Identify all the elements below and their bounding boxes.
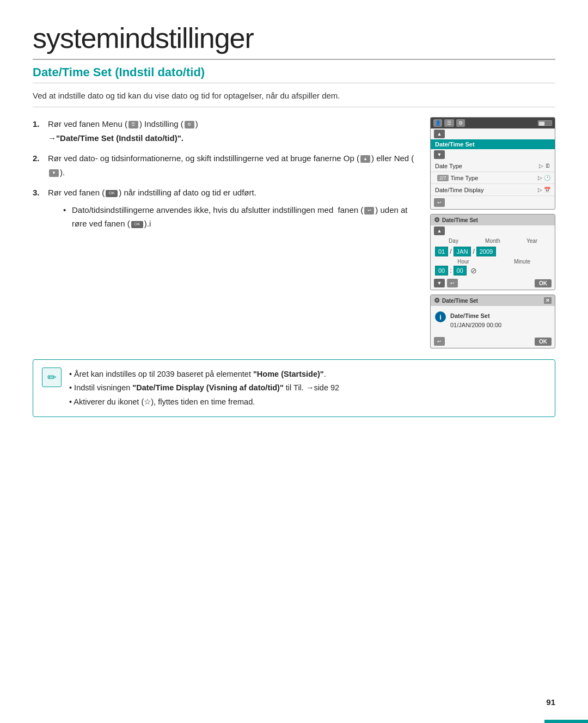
minute-label: Minute — [494, 259, 550, 265]
menu-icon: ☰ — [128, 121, 138, 128]
step-2: 2. Rør ved dato- og tidsinformationerne,… — [33, 151, 419, 179]
ok-icon-inline: OK — [106, 190, 118, 197]
note-bullet-2: • Indstil visningen "Date/Time Display (… — [69, 381, 339, 395]
up-btn-screen1: ▲ — [434, 130, 445, 138]
month-value: JAN — [454, 247, 471, 256]
down-btn-screen1: ▼ — [434, 150, 445, 159]
step-3-content: Rør ved fanen (OK) når indstilling af da… — [48, 186, 419, 233]
date-type-label: Date Type — [435, 163, 539, 169]
step-1-bold: "Date/Time Set (Indstil dato/tid)". — [56, 133, 183, 143]
instructions: 1. Rør ved fanen Menu (☰) Indstilling (⚙… — [33, 117, 419, 348]
step-1-arrow: → — [48, 133, 56, 143]
screen-3-bottom-nav: ↩ OK — [431, 335, 555, 348]
battery-icon: ▓▓ — [538, 120, 552, 126]
screen-2-header: ⚙ Date/Time Set — [431, 215, 555, 225]
screen-3: ⚙ Date/Time Set ✕ i Date/Time Set 01/JAN… — [430, 295, 555, 348]
step-1: 1. Rør ved fanen Menu (☰) Indstilling (⚙… — [33, 117, 419, 145]
step-2-content: Rør ved dato- og tidsinformationerne, og… — [48, 151, 419, 179]
up-btn-screen2: ▲ — [434, 226, 445, 235]
gear-icon-screen: ⚙ — [456, 119, 465, 127]
main-content: 1. Rør ved fanen Menu (☰) Indstilling (⚙… — [33, 117, 555, 348]
hour-value: 00 — [435, 266, 448, 275]
note-content: • Året kan indstilles op til 2039 basere… — [69, 367, 339, 409]
screen-2-nav-controls: ▼ ↩ — [434, 279, 458, 287]
step-2-num: 2. — [33, 151, 44, 179]
info-text: Date/Time Set 01/JAN/2009 00:00 — [450, 311, 501, 329]
person-icon: 👤 — [433, 119, 442, 127]
note-bold-2: "Date/Time Display (Visning af dato/tid)… — [132, 383, 283, 392]
time-type-value: ▷ 🕐 — [538, 175, 550, 181]
step-1-num: 1. — [33, 117, 44, 145]
note-bold-1: "Home (Startside)" — [253, 370, 324, 378]
screen-1-nav-up: ▲ — [431, 128, 555, 139]
hour-label: Hour — [435, 259, 492, 265]
screen-3-info: i Date/Time Set 01/JAN/2009 00:00 — [431, 306, 555, 335]
screen-2-bottom-nav: ▼ ↩ OK — [431, 277, 555, 290]
screen-2: ⚙ Date/Time Set ▲ Day Month Year 01 / JA… — [430, 214, 555, 290]
note-box: ✏ • Året kan indstilles op til 2039 base… — [33, 359, 555, 417]
sub-bullet-1: Dato/tidsindstillingerne anvendes ikke, … — [63, 203, 419, 231]
day-label: Day — [435, 238, 472, 244]
screens-panel: 👤 ☰ ⚙ ▓▓ ▲ Date/Time Set ▼ Date Type ▷ 🗓 — [430, 117, 555, 348]
time-sep: : — [450, 267, 451, 274]
screen-2-nav-up: ▲ — [431, 225, 555, 236]
screen-1-highlighted-row: Date/Time Set — [431, 139, 555, 149]
year-label: Year — [513, 238, 550, 244]
back-btn-screen3: ↩ — [434, 337, 445, 346]
note-icon: ✏ — [42, 367, 62, 387]
date-sep-2: / — [473, 248, 474, 255]
gear-icon-screen3: ⚙ — [434, 297, 440, 304]
screen-1: 👤 ☰ ⚙ ▓▓ ▲ Date/Time Set ▼ Date Type ▷ 🗓 — [430, 117, 555, 210]
day-value: 01 — [435, 247, 448, 256]
screen-3-header: ⚙ Date/Time Set ✕ — [431, 295, 555, 306]
info-value: 01/JAN/2009 00:00 — [450, 322, 501, 328]
screen-3-title: Date/Time Set — [442, 298, 478, 304]
fraction-badge: 2/7 — [437, 175, 449, 181]
section-heading: Date/Time Set (Indstil dato/tid) — [33, 65, 555, 83]
screen-3-close[interactable]: ✕ — [544, 297, 552, 304]
ok-btn-screen2[interactable]: OK — [535, 279, 552, 287]
month-label: Month — [474, 238, 511, 244]
down-btn-screen2: ▼ — [434, 279, 445, 287]
clock-icon: ⊘ — [470, 266, 477, 275]
screen-1-topbar: 👤 ☰ ⚙ ▓▓ — [431, 118, 555, 128]
page-number: 91 — [546, 697, 555, 707]
screen-1-back-nav: ↩ — [431, 196, 555, 209]
step-3-num: 3. — [33, 186, 44, 233]
screen-1-nav-down: ▼ — [431, 149, 555, 160]
minute-value: 00 — [454, 266, 467, 275]
page-number-bar — [544, 720, 588, 723]
time-type-label: Time Type — [451, 175, 538, 181]
note-bullet-3: • Aktiverer du ikonet (☆), flyttes tiden… — [69, 395, 339, 409]
up-icon-inline: ▲ — [360, 155, 370, 163]
intro-text: Ved at indstille dato og tid kan du vise… — [33, 91, 555, 107]
datetime-display-value: ▷ 📅 — [538, 187, 550, 193]
info-title: Date/Time Set — [450, 311, 501, 321]
page-title: systemindstillinger — [33, 22, 555, 60]
note-bullet-1: • Året kan indstilles op til 2039 basere… — [69, 367, 339, 381]
down-icon-inline: ▼ — [49, 169, 59, 177]
back-icon-inline: ↩ — [364, 207, 374, 215]
step-3: 3. Rør ved fanen (OK) når indstilling af… — [33, 186, 419, 233]
datetime-display-label: Date/Time Display — [435, 187, 538, 193]
date-values: 01 / JAN / 2009 — [431, 246, 555, 258]
step-3-subbullets: Dato/tidsindstillingerne anvendes ikke, … — [63, 203, 419, 231]
time-field-labels: Hour Minute — [431, 258, 555, 265]
date-sep-1: / — [450, 248, 451, 255]
screen-2-title: Date/Time Set — [442, 217, 478, 223]
ok-btn-screen3[interactable]: OK — [535, 338, 552, 346]
screen-row-datetime-display: Date/Time Display ▷ 📅 — [431, 184, 555, 196]
back-btn-screen2: ↩ — [447, 279, 458, 287]
step-1-content: Rør ved fanen Menu (☰) Indstilling (⚙) →… — [48, 117, 198, 145]
gear-icon-screen2: ⚙ — [434, 216, 440, 224]
screen-row-date-type: Date Type ▷ 🗓 — [431, 160, 555, 172]
date-field-labels: Day Month Year — [431, 236, 555, 246]
screen-row-time-type: 2/7 Time Type ▷ 🕐 — [431, 172, 555, 184]
year-value: 2009 — [476, 247, 496, 256]
ok-icon-inline-2: OK — [131, 221, 143, 228]
screen-3-title-row: ⚙ Date/Time Set — [434, 297, 478, 304]
back-btn-screen1: ↩ — [434, 198, 445, 207]
info-icon: i — [435, 311, 446, 322]
time-values: 00 : 00 ⊘ — [431, 265, 555, 277]
date-type-value: ▷ 🗓 — [539, 163, 550, 169]
